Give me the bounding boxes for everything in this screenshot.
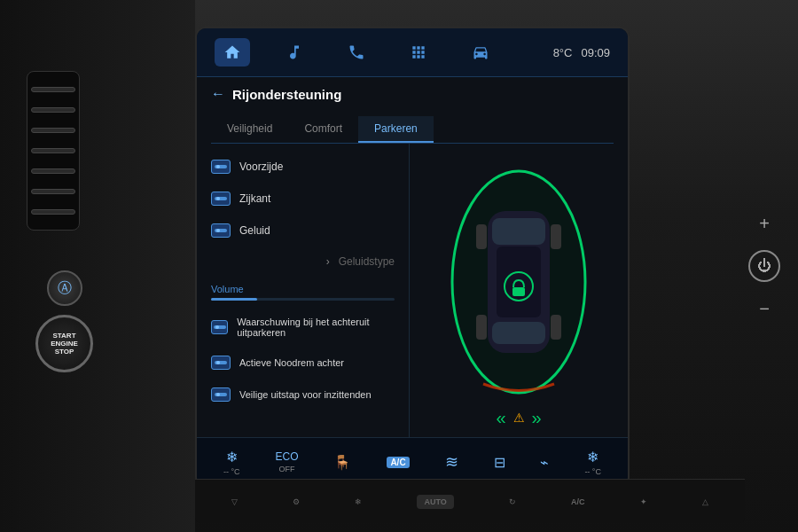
fan-down-icon: ▽	[231, 497, 238, 506]
toggle-icon-2	[215, 194, 227, 203]
snowflake2-button[interactable]: ✦	[640, 497, 647, 506]
eco-off-control[interactable]: ECO OFF	[276, 450, 299, 473]
power-button[interactable]: ⏻	[748, 250, 780, 282]
svg-rect-20	[551, 315, 561, 340]
phone-icon	[348, 43, 365, 61]
mirror-icon: ⌁	[540, 454, 549, 471]
menu-item-voorzijde[interactable]: Voorzijde	[197, 151, 409, 183]
nav-phone-button[interactable]	[339, 38, 374, 66]
svg-rect-19	[476, 315, 487, 340]
car-top-view-svg	[474, 193, 563, 371]
fan-down-button[interactable]: ▽	[231, 497, 238, 506]
uitstap-icon	[211, 387, 231, 402]
temp-right-label: -- °C	[584, 467, 601, 476]
car-icon	[472, 43, 489, 61]
temp-left-icon: ❄	[226, 449, 238, 466]
volume-label: Volume	[211, 284, 395, 294]
menu-item-uitstap[interactable]: Veilige uitstap voor inzittenden	[197, 379, 409, 411]
volume-fill	[211, 298, 257, 301]
main-area: Voorzijde Zijkant Geluid	[197, 144, 628, 437]
seat-heat-control[interactable]: 🪑	[333, 454, 351, 471]
menu-item-geluidstype[interactable]: › Geluidstype	[197, 246, 409, 277]
sensor-arrows: « ⚠ »	[496, 408, 541, 428]
mirror-control[interactable]: ⌁	[540, 454, 549, 471]
svg-rect-14	[492, 218, 545, 245]
left-panel: Ⓐ START ENGINE STOP	[0, 0, 195, 532]
snowflake-button[interactable]: ❄	[355, 497, 362, 506]
nav-home-button[interactable]	[215, 38, 250, 66]
svg-rect-18	[551, 224, 561, 249]
noodrem-label: Actieve Noodrem achter	[239, 357, 344, 368]
menu-item-noodrem[interactable]: Actieve Noodrem achter	[197, 347, 409, 379]
recycle-button[interactable]: ↻	[509, 497, 516, 506]
waarschuwing-icon	[211, 320, 228, 334]
menu-item-geluid[interactable]: Geluid	[197, 215, 409, 246]
temp-left-control[interactable]: ❄ -- °C	[223, 449, 240, 476]
back-button[interactable]: ←	[211, 86, 225, 102]
vent-slat	[31, 168, 75, 174]
right-physical-controls: + ⏻ −	[748, 210, 780, 322]
ac-bottom-button[interactable]: A/C	[571, 497, 585, 506]
recycle-icon: ↻	[509, 497, 516, 506]
ac-badge: A/C	[387, 457, 409, 468]
left-arrows-icon: «	[496, 408, 505, 428]
temp-right-control[interactable]: ❄ -- °C	[584, 449, 601, 476]
left-menu: Voorzijde Zijkant Geluid	[197, 144, 410, 437]
vent-slat	[31, 107, 75, 113]
volume-bar[interactable]	[211, 298, 395, 301]
vent-left	[27, 71, 80, 231]
ac-bottom-icon: A/C	[571, 497, 585, 506]
nav-car-button[interactable]	[463, 38, 498, 66]
vent-slat	[31, 128, 75, 133]
page-title: Rijondersteuning	[232, 87, 341, 102]
vent-slat	[31, 148, 75, 153]
voorzijde-icon	[211, 160, 231, 174]
svg-point-9	[216, 361, 220, 364]
defrost-control[interactable]: ≋	[445, 452, 458, 472]
vent-slat	[31, 209, 75, 215]
noodrem-icon	[211, 356, 231, 370]
a-button[interactable]: Ⓐ	[47, 270, 82, 306]
apps-icon	[410, 43, 427, 61]
nav-music-button[interactable]	[277, 38, 312, 66]
toggle-icon	[215, 162, 227, 171]
tab-veiligheid[interactable]: Veiligheid	[211, 116, 288, 143]
menu-item-zijkant[interactable]: Zijkant	[197, 183, 409, 215]
right-arrows-icon: »	[532, 408, 542, 428]
nav-apps-button[interactable]	[401, 38, 436, 66]
car-visualization: « ⚠ »	[410, 144, 628, 437]
svg-point-1	[216, 165, 220, 168]
ac-control[interactable]: A/C	[387, 457, 409, 468]
zijkant-label: Zijkant	[239, 192, 270, 205]
toggle-icon-6	[215, 390, 227, 399]
volume-section: Volume	[197, 277, 409, 308]
vent-slat	[31, 87, 75, 92]
geluid-label: Geluid	[239, 224, 270, 237]
toggle-icon-4	[214, 323, 226, 332]
fan-up-button[interactable]: △	[702, 497, 708, 506]
settings-button[interactable]: ⚙	[293, 497, 300, 506]
back-row: ← Rijondersteuning	[211, 86, 614, 102]
temp-left-label: -- °C	[223, 467, 240, 476]
uitstap-label: Veilige uitstap voor inzittenden	[239, 389, 372, 400]
time-display: 09:09	[581, 46, 610, 59]
snowflake2-icon: ✦	[640, 497, 647, 506]
svg-point-5	[216, 229, 220, 232]
auto-label: AUTO	[424, 497, 446, 506]
svg-rect-15	[492, 322, 545, 344]
tab-parkeren[interactable]: Parkeren	[358, 116, 434, 143]
start-engine-stop-button[interactable]: START ENGINE STOP	[35, 315, 93, 372]
auto-button[interactable]: AUTO	[417, 495, 453, 509]
menu-item-waarschuwing[interactable]: Waarschuwing bij het achteruit uitparker…	[197, 308, 409, 347]
volume-plus-button[interactable]: +	[751, 210, 778, 237]
volume-minus-button[interactable]: −	[751, 295, 778, 322]
svg-point-3	[216, 197, 220, 200]
tab-comfort[interactable]: Comfort	[288, 116, 358, 143]
settings-icon: ⚙	[293, 497, 300, 506]
rear-window-control[interactable]: ⊟	[494, 454, 505, 471]
geluidstype-label: Geluidstype	[339, 255, 395, 268]
toggle-icon-5	[215, 358, 227, 367]
eco-label: OFF	[279, 465, 295, 473]
car-interior: Ⓐ START ENGINE STOP	[0, 0, 798, 532]
power-icon: ⏻	[757, 258, 771, 274]
